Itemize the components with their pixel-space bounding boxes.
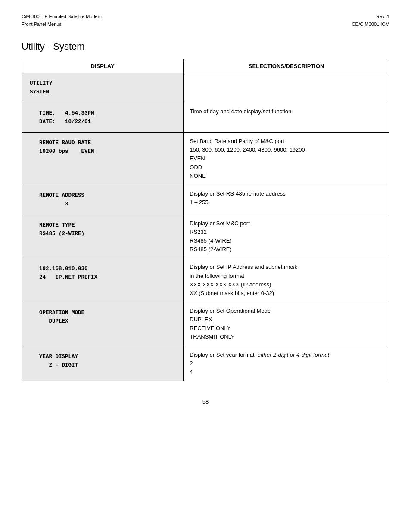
desc-cell-1: Time of day and date display/set functio… xyxy=(184,103,389,133)
desc-line: RS485 (4-WIRE) xyxy=(190,237,232,244)
desc-line: in the following format xyxy=(190,273,244,279)
desc-line: TRANSMIT ONLY xyxy=(190,333,234,340)
desc-line: ODD xyxy=(190,164,202,171)
header-doc: CD/CIM300L.IOM xyxy=(352,21,389,28)
desc-line: DUPLEX xyxy=(190,316,212,323)
header-right: Rev. 1 CD/CIM300L.IOM xyxy=(352,13,389,28)
table-row: REMOTE TYPE RS485 (2-WIRE)Display or Set… xyxy=(22,215,389,258)
desc-line: RS485 (2-WIRE) xyxy=(190,246,232,252)
display-content-0: UTILITY SYSTEM xyxy=(30,79,175,96)
display-content-4: REMOTE TYPE RS485 (2-WIRE) xyxy=(39,221,175,238)
table-row: REMOTE ADDRESS 3Display or Set RS-485 re… xyxy=(22,185,389,215)
desc-line: Display or Set RS-485 remote address xyxy=(190,190,286,197)
desc-line: Display or Set M&C port xyxy=(190,220,249,227)
display-cell-7: YEAR DISPLAY 2 – DIGIT xyxy=(22,346,184,381)
table-row: REMOTE BAUD RATE 19200 bps EVENSet Baud … xyxy=(22,133,389,185)
desc-cell-6: Display or Set Operational ModeDUPLEXREC… xyxy=(184,302,389,346)
desc-line: Display or Set IP Address and subnet mas… xyxy=(190,264,297,270)
page-header: CiM-300L IP Enabled Satellite Modem Fron… xyxy=(22,13,389,28)
desc-line: 4 xyxy=(190,369,193,375)
desc-cell-5: Display or Set IP Address and subnet mas… xyxy=(184,258,389,302)
desc-line: XXX.XXX.XXX.XXX (IP address) xyxy=(190,281,271,288)
display-cell-4: REMOTE TYPE RS485 (2-WIRE) xyxy=(22,215,184,258)
header-rev: Rev. 1 xyxy=(352,13,389,21)
desc-line: Set Baud Rate and Parity of M&C port xyxy=(190,138,284,144)
display-content-7: YEAR DISPLAY 2 – DIGIT xyxy=(39,352,175,370)
col-desc-header: SELECTIONS/DESCRIPTION xyxy=(184,59,389,73)
desc-line: Display or Set Operational Mode xyxy=(190,308,271,314)
desc-line: Time of day and date display/set functio… xyxy=(190,108,291,115)
col-display-header: DISPLAY xyxy=(22,59,184,73)
display-content-6: OPERATION MODE DUPLEX xyxy=(39,308,175,326)
desc-cell-3: Display or Set RS-485 remote address1 – … xyxy=(184,185,389,215)
header-section: Front Panel Menus xyxy=(22,21,102,28)
desc-line: 2 xyxy=(190,360,193,367)
display-content-1: TIME: 4:54:33PM DATE: 10/22/01 xyxy=(39,109,175,126)
desc-line: 1 – 255 xyxy=(190,199,208,205)
table-row: 192.168.010.030 24 IP.NET PREFIXDisplay … xyxy=(22,258,389,302)
display-cell-3: REMOTE ADDRESS 3 xyxy=(22,185,184,215)
display-cell-0: UTILITY SYSTEM xyxy=(22,73,184,103)
desc-cell-7: Display or Set year format, either 2-dig… xyxy=(184,346,389,381)
table-row: YEAR DISPLAY 2 – DIGITDisplay or Set yea… xyxy=(22,346,389,381)
display-cell-1: TIME: 4:54:33PM DATE: 10/22/01 xyxy=(22,103,184,133)
desc-line: Display or Set year format, either 2-dig… xyxy=(190,352,329,358)
desc-line: NONE xyxy=(190,173,206,179)
page-number: 58 xyxy=(22,398,389,405)
desc-cell-2: Set Baud Rate and Parity of M&C port150,… xyxy=(184,133,389,185)
desc-cell-0 xyxy=(184,73,389,103)
display-cell-2: REMOTE BAUD RATE 19200 bps EVEN xyxy=(22,133,184,185)
desc-line: EVEN xyxy=(190,155,205,162)
display-cell-5: 192.168.010.030 24 IP.NET PREFIX xyxy=(22,258,184,302)
display-content-2: REMOTE BAUD RATE 19200 bps EVEN xyxy=(39,139,175,156)
display-cell-6: OPERATION MODE DUPLEX xyxy=(22,302,184,346)
table-row: TIME: 4:54:33PM DATE: 10/22/01Time of da… xyxy=(22,103,389,133)
page-title: Utility - System xyxy=(22,41,389,52)
table-row: OPERATION MODE DUPLEXDisplay or Set Oper… xyxy=(22,302,389,346)
desc-line: RECEIVE ONLY xyxy=(190,325,230,331)
desc-cell-4: Display or Set M&C portRS232RS485 (4-WIR… xyxy=(184,215,389,258)
desc-line: 150, 300, 600, 1200, 2400, 4800, 9600, 1… xyxy=(190,146,305,153)
table-header-row: DISPLAY SELECTIONS/DESCRIPTION xyxy=(22,59,389,73)
header-left: CiM-300L IP Enabled Satellite Modem Fron… xyxy=(22,13,102,28)
display-content-5: 192.168.010.030 24 IP.NET PREFIX xyxy=(39,264,175,282)
desc-line: RS232 xyxy=(190,229,207,235)
display-content-3: REMOTE ADDRESS 3 xyxy=(39,191,175,208)
main-table: DISPLAY SELECTIONS/DESCRIPTION UTILITY S… xyxy=(22,59,389,381)
table-row: UTILITY SYSTEM xyxy=(22,73,389,103)
desc-line: XX (Subnet mask bits, enter 0-32) xyxy=(190,290,274,296)
header-product: CiM-300L IP Enabled Satellite Modem xyxy=(22,13,102,21)
